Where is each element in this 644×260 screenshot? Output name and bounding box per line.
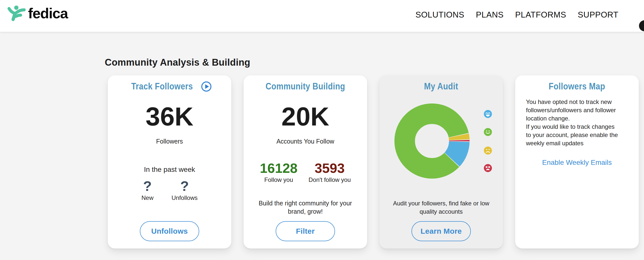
screen: fedica SOLUTIONS PLANS PLATFORMS SUPPORT… bbox=[0, 0, 644, 260]
unfollows-value: ? bbox=[180, 178, 189, 194]
unfollows-button[interactable]: Unfollows bbox=[140, 221, 199, 241]
followers-map-line: followers/unfollowers and follower bbox=[526, 106, 618, 114]
followers-map-line: weekly email updates bbox=[526, 139, 618, 147]
card-title-row: My Audit bbox=[422, 81, 461, 91]
frown-face-icon bbox=[484, 146, 492, 155]
nav-solutions[interactable]: SOLUTIONS bbox=[415, 10, 464, 20]
followers-count: 36K bbox=[146, 103, 193, 129]
brand-name: fedica bbox=[28, 5, 68, 22]
community-building-description: Build the right community for your brand… bbox=[253, 199, 358, 216]
dont-follow-you-stat: 3593 Don't follow you bbox=[308, 161, 351, 184]
new-followers-label: New bbox=[141, 194, 153, 202]
card-title: Community Building bbox=[266, 81, 345, 92]
card-title: Followers Map bbox=[549, 81, 605, 92]
card-followers-map: Followers Map You have opted not to trac… bbox=[515, 75, 639, 248]
dont-follow-you-label: Don't follow you bbox=[308, 176, 351, 184]
follow-stats-row: 16128 Follow you 3593 Don't follow you bbox=[260, 161, 351, 184]
following-count-label: Accounts You Follow bbox=[276, 138, 334, 145]
page-title: Community Analysis & Building bbox=[105, 57, 644, 68]
card-title-row: Followers Map bbox=[545, 81, 609, 91]
unfollows-stat: ? Unfollows bbox=[171, 178, 197, 202]
followers-map-line: If you would like to track changes bbox=[526, 122, 618, 131]
learn-more-button[interactable]: Learn More bbox=[411, 221, 471, 241]
main-content: Community Analysis & Building Track Foll… bbox=[0, 32, 644, 248]
follow-you-label: Follow you bbox=[264, 176, 293, 184]
nav-plans[interactable]: PLANS bbox=[476, 10, 504, 20]
follow-you-stat: 16128 Follow you bbox=[260, 161, 297, 184]
card-title: My Audit bbox=[424, 81, 458, 92]
followers-map-line: You have opted not to track new bbox=[526, 98, 618, 106]
dont-follow-you-value: 3593 bbox=[315, 161, 345, 176]
followers-map-line: location change. bbox=[526, 114, 618, 122]
angry-face-icon bbox=[484, 164, 492, 172]
grin-face-icon bbox=[484, 110, 492, 118]
followers-map-text: You have opted not to track newfollowers… bbox=[526, 98, 618, 147]
enable-weekly-emails-link[interactable]: Enable Weekly Emails bbox=[542, 158, 612, 167]
following-count: 20K bbox=[281, 103, 329, 129]
followers-map-line: to your account, please enable the bbox=[526, 131, 618, 139]
cutoff-corner-icon[interactable] bbox=[639, 20, 644, 31]
main-nav: SOLUTIONS PLANS PLATFORMS SUPPORT bbox=[415, 0, 618, 30]
card-title-row: Track Followers bbox=[127, 81, 212, 91]
brand[interactable]: fedica bbox=[8, 3, 68, 24]
card-title-row: Community Building bbox=[260, 81, 351, 91]
my-audit-description: Audit your followers, find fake or low q… bbox=[389, 199, 494, 216]
follow-you-value: 16128 bbox=[260, 161, 297, 176]
card-community-building: Community Building 20K Accounts You Foll… bbox=[244, 75, 367, 248]
unfollows-label: Unfollows bbox=[171, 194, 197, 202]
play-circle-icon[interactable] bbox=[201, 81, 212, 92]
followers-count-label: Followers bbox=[156, 138, 183, 145]
nav-support[interactable]: SUPPORT bbox=[578, 10, 618, 20]
audit-donut-chart[interactable] bbox=[394, 103, 470, 179]
fedica-logo-icon bbox=[8, 5, 26, 21]
new-followers-value: ? bbox=[143, 178, 152, 194]
card-title: Track Followers bbox=[131, 81, 193, 92]
top-header: fedica SOLUTIONS PLANS PLATFORMS SUPPORT bbox=[0, 0, 644, 32]
weekly-stats-row: ? New ? Unfollows bbox=[141, 178, 197, 202]
smile-face-icon bbox=[484, 128, 492, 136]
audit-chart-area bbox=[379, 91, 503, 179]
nav-platforms[interactable]: PLATFORMS bbox=[515, 10, 566, 20]
new-followers-stat: ? New bbox=[141, 178, 153, 202]
card-my-audit: My Audit bbox=[379, 75, 503, 248]
cards-row: Track Followers 36K Followers In the pas… bbox=[105, 75, 644, 248]
filter-button[interactable]: Filter bbox=[276, 221, 335, 241]
card-track-followers: Track Followers 36K Followers In the pas… bbox=[108, 75, 231, 248]
period-label: In the past week bbox=[144, 165, 195, 174]
